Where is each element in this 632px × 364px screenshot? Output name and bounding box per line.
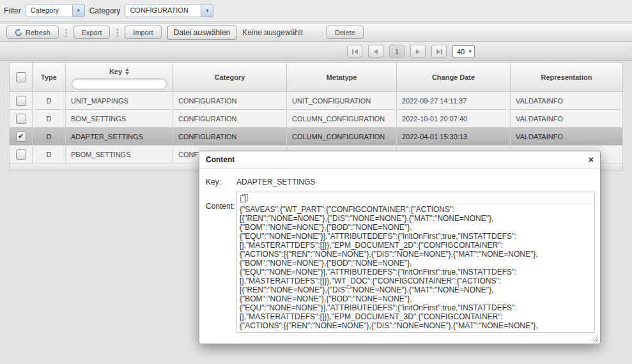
cell-metatype: UNIT_CONFIGURATION [287,92,397,110]
toolbar-separator [65,28,67,37]
cell-metatype: COLUMN_CONFIGURATION [287,128,397,146]
cell-type: D [33,110,66,128]
dialog-title: Content [206,155,235,164]
cell-type: D [33,128,66,146]
cell-representation: VALDATAINFO [511,110,623,128]
cell-key: UNIT_MAPPINGS [66,92,173,110]
col-header-type: Type [33,63,66,92]
cell-key: ADAPTER_SETTINGS [66,128,173,146]
file-status-text: Keine ausgewählt [242,28,303,37]
cell-change-date: 2022-09-27 14:11:37 [397,92,511,110]
col-header-key[interactable]: Key [66,63,173,92]
col-header-metatype: Metatype [287,63,397,92]
close-icon[interactable]: × [589,155,594,164]
cell-category: CONFIGURATION [173,92,287,110]
rows-per-page-value: 40 [457,48,465,56]
refresh-label: Refresh [26,29,50,36]
row-checkbox[interactable] [16,114,26,124]
filter-type-dropdown[interactable]: Category ▼ [26,4,85,17]
last-page-icon [436,49,440,54]
category-label: Category [89,6,121,15]
filter-type-value: Category [26,4,72,17]
cell-metatype: COLUMN_CONFIGURATION [287,110,397,128]
page-number-button[interactable]: 1 [389,45,405,58]
import-label: Import [133,29,153,36]
dialog-body: Key: ADAPTER_SETTINGS Content: {"SAVEAS"… [199,169,600,333]
next-page-button[interactable] [410,45,426,58]
toolbar-separator [116,28,118,37]
export-button[interactable]: Export [73,26,111,39]
editor-toolbar [237,192,594,204]
paginator: 1 40 ▼ [0,42,632,61]
prev-page-button[interactable] [368,45,383,58]
toolbar: Refresh Export Import Datei auswählen Ke… [0,23,632,42]
col-header-key-label: Key [109,68,122,75]
filter-label: Filter [4,6,21,15]
next-page-icon [416,49,420,54]
col-header-change-date: Change Date [397,63,511,92]
row-checkbox[interactable] [16,96,26,106]
table-header-row: Type Key Category Metatype Change Date R… [10,63,623,92]
category-value: CONFIGURATION [125,4,201,17]
row-checkbox[interactable] [16,149,26,160]
content-label: Content: [206,192,236,333]
table-row[interactable]: D UNIT_MAPPINGS CONFIGURATION UNIT_CONFI… [10,92,623,110]
content-textarea[interactable]: {"SAVEAS":{"WT_PART":{"CONFIGCONTAINER":… [237,204,594,332]
cell-type: D [33,146,66,163]
refresh-icon [15,29,22,36]
delete-label: Delete [335,29,355,36]
cell-category: CONFIGURATION [173,128,287,146]
refresh-button[interactable]: Refresh [6,26,59,39]
cell-key: BOM_SETTINGS [66,110,173,128]
cell-representation: VALDATAINFO [511,92,623,110]
delete-button[interactable]: Delete [327,26,364,39]
cell-change-date: 2022-10-01 20:07:40 [397,110,511,128]
content-dialog: Content × Key: ADAPTER_SETTINGS Content:… [199,151,601,344]
chevron-down-icon: ▼ [201,4,213,17]
first-page-button[interactable] [347,45,362,58]
key-filter-input[interactable] [72,79,167,89]
content-editor: {"SAVEAS":{"WT_PART":{"CONFIGCONTAINER":… [236,192,595,333]
cell-key: PBOM_SETTINGS [66,146,173,163]
key-label: Key: [206,176,236,186]
dialog-header[interactable]: Content × [199,151,600,169]
chevron-down-icon: ▼ [468,49,472,54]
key-value: ADAPTER_SETTINGS [236,176,315,186]
cell-type: D [33,92,66,110]
sort-icon [125,68,129,75]
cell-category: CONFIGURATION [173,110,287,128]
prev-page-icon [374,49,378,54]
table-row[interactable]: D BOM_SETTINGS CONFIGURATION COLUMN_CONF… [10,110,623,128]
first-page-icon [352,49,353,54]
export-label: Export [82,29,102,36]
import-button[interactable]: Import [125,26,161,39]
resize-handle-icon[interactable] [590,334,598,342]
category-dropdown[interactable]: CONFIGURATION ▼ [125,4,213,17]
copy-icon[interactable] [240,194,248,202]
table-row-selected[interactable]: D ADAPTER_SETTINGS CONFIGURATION COLUMN_… [10,128,623,146]
file-select-button[interactable]: Datei auswählen [167,26,237,40]
col-header-representation: Representation [511,63,623,92]
chevron-down-icon: ▼ [72,4,84,17]
select-all-checkbox[interactable] [16,72,26,82]
row-checkbox[interactable] [16,132,26,142]
cell-representation: VALDATAINFO [511,128,623,146]
filter-bar: Filter Category ▼ Category CONFIGURATION… [0,0,632,22]
last-page-button[interactable] [431,45,447,58]
rows-per-page-dropdown[interactable]: 40 ▼ [452,45,475,58]
cell-change-date: 2022-04-01 15:30:13 [397,128,511,146]
col-header-category: Category [173,63,287,92]
